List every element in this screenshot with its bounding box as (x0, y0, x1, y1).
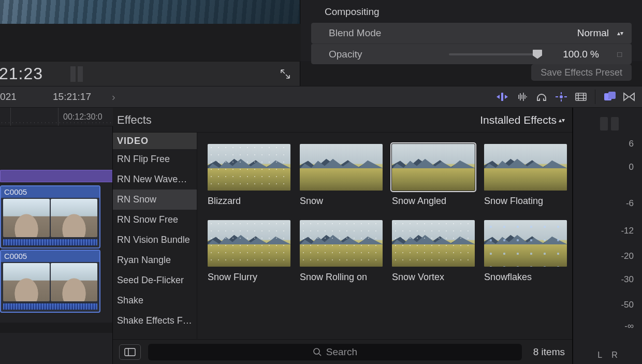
filmstrip-icon[interactable] (571, 87, 591, 107)
meter-L: L (597, 351, 602, 360)
transitions-browser-icon[interactable] (619, 87, 639, 107)
skimming-icon[interactable] (492, 87, 512, 107)
effect-name: Snow Floating (484, 196, 567, 207)
effects-scope[interactable]: Installed Effects (480, 114, 557, 126)
clip-audio-wave[interactable] (3, 303, 97, 310)
chevron-right-icon[interactable]: › (112, 91, 115, 103)
effect-thumbnail[interactable]: Snow Flurry (208, 220, 290, 283)
effects-title: Effects (117, 113, 152, 127)
effects-header: Effects Installed Effects ▴▾ (113, 108, 572, 133)
opacity-value[interactable]: 100.0 % (547, 49, 599, 60)
effect-name: Snow (300, 196, 383, 207)
blend-mode-row[interactable]: Blend Mode Normal ▴▾ (311, 23, 632, 43)
snapping-icon[interactable] (551, 87, 571, 107)
timeline-area[interactable]: C0005 C0005 (0, 126, 113, 364)
effects-category-item[interactable]: Shake Effects F… (113, 311, 197, 331)
effect-name: Snow Flurry (208, 272, 290, 283)
inspector-panel: Compositing Blend Mode Normal ▴▾ Opacity… (301, 0, 642, 61)
effects-category-item[interactable]: RN Flip Free (113, 149, 197, 169)
meter-tick: 0 (629, 162, 634, 172)
viewer-toolbar: :21:23 (0, 61, 300, 86)
ruler-label: 00:12:30:0 (63, 112, 103, 122)
effects-browser: Effects Installed Effects ▴▾ RN Flip VID… (113, 108, 573, 364)
inspector-section-title: Compositing (325, 6, 632, 18)
effect-name: Snow Rolling on (300, 272, 383, 283)
meter-bars (600, 117, 619, 130)
svg-point-1 (560, 95, 563, 98)
effects-category-item[interactable]: Seed De-Flicker (113, 270, 197, 290)
timeline-clip[interactable]: C0005 (0, 250, 100, 313)
effect-name: Snow Vortex (392, 272, 475, 283)
audio-meters: 60-6-12-20-30-50-∞ L R (573, 108, 642, 364)
effect-thumbnail[interactable]: Snow Rolling on (300, 220, 383, 283)
effects-category-item[interactable]: RN Vision Bundle (113, 230, 197, 250)
timeline-scrollbar[interactable] (0, 323, 112, 333)
search-placeholder: Search (326, 346, 357, 358)
effect-thumbnail[interactable]: Snow Floating (484, 144, 567, 207)
effect-thumbnail[interactable]: Snow Angled (392, 144, 475, 207)
timeline-clip[interactable]: C0005 (0, 185, 100, 249)
effect-thumbnail[interactable]: Snowflakes (484, 220, 567, 283)
opacity-slider-knob[interactable] (533, 50, 542, 59)
blend-mode-value: Normal (577, 27, 609, 39)
meter-tick: -50 (621, 300, 634, 310)
effect-name: Snow Angled (392, 196, 475, 207)
viewer-timecode: :21:23 (0, 64, 56, 83)
effect-thumbnail[interactable]: Snow (300, 144, 383, 207)
effect-name: Snowflakes (484, 272, 567, 283)
effects-search-input[interactable]: Search (148, 344, 522, 360)
effect-thumbnail[interactable]: Blizzard (208, 144, 290, 207)
effects-category-item[interactable]: Shake (113, 290, 197, 311)
project-timecode: 15:21:17 (53, 91, 91, 103)
svg-rect-2 (576, 93, 586, 100)
project-name[interactable]: TS 2021 (0, 91, 37, 103)
clip-name: C0005 (1, 251, 99, 262)
clip-audio-wave[interactable] (3, 239, 97, 245)
meter-tick: -12 (621, 226, 634, 236)
meter-tick: -20 (621, 251, 634, 261)
effects-browser-icon[interactable] (600, 87, 619, 107)
meter-tick: 6 (629, 139, 634, 149)
keyframe-icon[interactable]: ◇ (614, 48, 626, 60)
effects-count: 8 items (533, 346, 565, 358)
effects-thumbnails: BlizzardSnowSnow AngledSnow FloatingSnow… (197, 133, 572, 339)
effects-category-item[interactable]: RN Snow (113, 190, 197, 210)
opacity-label: Opacity (329, 49, 417, 60)
audio-level-mini (70, 66, 83, 82)
updown-icon[interactable]: ▴▾ (559, 119, 565, 122)
svg-rect-6 (125, 348, 135, 356)
svg-rect-5 (608, 92, 616, 99)
updown-icon[interactable]: ▴▾ (617, 32, 623, 35)
grid-view-button[interactable] (119, 344, 141, 360)
blend-mode-label: Blend Mode (329, 27, 417, 39)
effect-name: Blizzard (208, 196, 290, 207)
timeline-header: TS 2021 15:21:17 › (0, 86, 642, 108)
solo-icon[interactable] (532, 87, 551, 107)
viewer-preview (0, 0, 300, 24)
title-clip[interactable] (0, 170, 112, 182)
audio-skimming-icon[interactable] (512, 87, 532, 107)
effects-category-item[interactable]: RN New Wave… (113, 169, 197, 190)
opacity-slider[interactable] (449, 53, 537, 55)
effects-category-list: RN Flip VIDEO RN Flip FreeRN New Wave…RN… (113, 133, 197, 339)
save-effects-preset-button[interactable]: Save Effects Preset (531, 64, 632, 81)
fullscreen-button[interactable] (275, 64, 296, 84)
svg-rect-0 (501, 93, 503, 101)
meter-tick: -30 (621, 274, 634, 285)
effects-category-header: VIDEO (113, 133, 197, 149)
meter-scale: 60-6-12-20-30-50-∞ (573, 135, 637, 346)
effects-category-item[interactable]: RN Snow Free (113, 210, 197, 230)
svg-point-7 (314, 348, 319, 354)
clip-name: C0005 (1, 186, 99, 198)
meter-tick: -∞ (624, 321, 634, 331)
meter-R: R (611, 351, 618, 360)
search-icon (313, 347, 322, 357)
opacity-row: Opacity 100.0 % ◇ (311, 43, 632, 64)
effects-category-item[interactable]: Ryan Nangle (113, 250, 197, 270)
effect-thumbnail[interactable]: Snow Vortex (392, 220, 475, 283)
timeline-ruler[interactable]: 00:12:30:0 (0, 108, 113, 126)
effects-footer: Search 8 items (113, 339, 572, 364)
meter-tick: -6 (626, 198, 634, 209)
